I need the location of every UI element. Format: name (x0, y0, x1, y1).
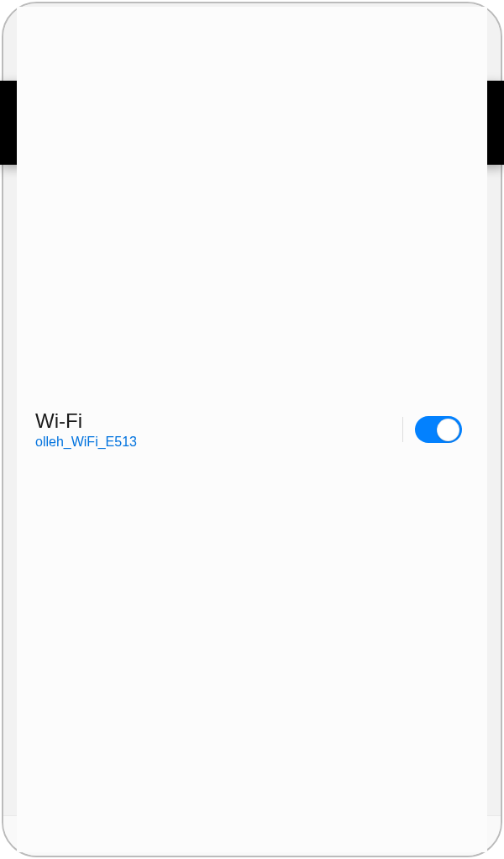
wifi-label: Wi-Fi (35, 409, 402, 433)
wifi-toggle[interactable] (415, 416, 462, 443)
wifi-network: olleh_WiFi_E513 (35, 435, 402, 450)
toggle-divider (402, 417, 403, 442)
row-wifi[interactable]: Wi-Fi olleh_WiFi_E513 (17, 7, 487, 852)
